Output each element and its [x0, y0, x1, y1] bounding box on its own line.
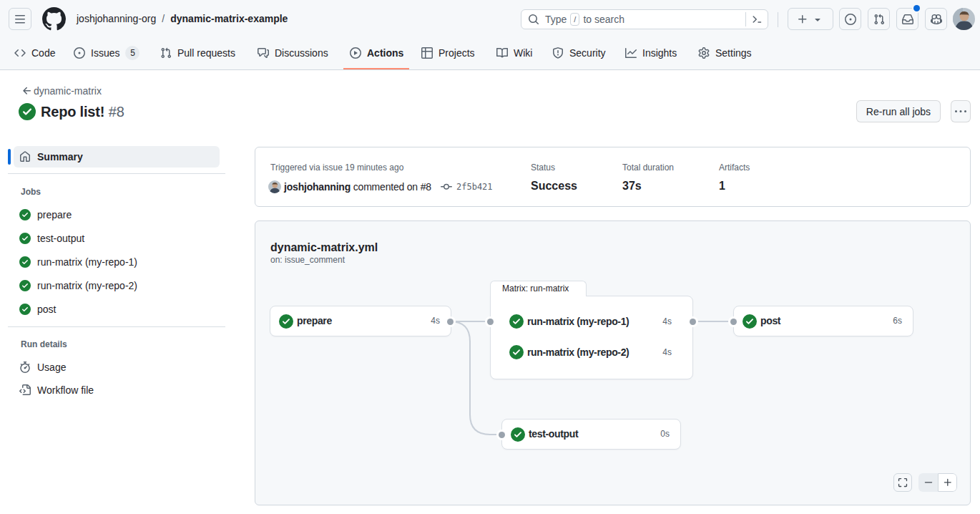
job-run-matrix-2[interactable]: run-matrix (my-repo-2) [19, 280, 137, 291]
notification-dot [913, 5, 920, 11]
kebab-menu[interactable] [951, 100, 971, 122]
avatar[interactable] [953, 8, 975, 30]
github-logo[interactable] [42, 7, 66, 31]
matrix-label: Matrix: run-matrix [490, 281, 587, 296]
job-post[interactable]: post [19, 304, 56, 315]
matrix-group: run-matrix (my-repo-1) 4s run-matrix (my… [490, 296, 693, 379]
github-actions-run-page: joshjohanning-org/dynamic-matrix-example… [0, 0, 980, 514]
copilot-button[interactable] [925, 8, 947, 30]
hamburger[interactable] [9, 8, 31, 30]
tab-settings[interactable]: Settings [698, 43, 752, 63]
job-test-output[interactable]: test-output [19, 233, 84, 244]
zoom-in[interactable] [938, 473, 957, 492]
run-title: Repo list! #8 [41, 103, 124, 120]
workflow-graph-card: dynamic-matrix.yml on: issue_comment pre… [255, 220, 971, 505]
commit-avatar [268, 180, 281, 193]
tab-code[interactable]: Code [14, 43, 55, 63]
tab-discussions[interactable]: Discussions [258, 43, 328, 63]
matrix-job-2[interactable]: run-matrix (my-repo-2) [527, 346, 629, 358]
node-post[interactable]: post 6s [733, 306, 913, 336]
run-status-icon [19, 103, 36, 120]
app-header: joshjohanning-org/dynamic-matrix-example… [0, 0, 980, 70]
zoom-out[interactable] [918, 473, 938, 492]
pulls-button[interactable] [868, 8, 890, 30]
tab-projects[interactable]: Projects [421, 43, 475, 63]
node-test-output[interactable]: test-output 0s [501, 419, 681, 450]
tab-actions[interactable]: Actions [350, 43, 403, 63]
tab-underline [343, 68, 409, 69]
tab-insights[interactable]: Insights [625, 43, 677, 63]
zoom-controls [918, 473, 957, 492]
back-arrow [21, 85, 33, 97]
commit-icon [441, 181, 452, 193]
tab-issues[interactable]: Issues 5 [74, 43, 139, 63]
issues-button[interactable] [839, 8, 861, 30]
job-run-matrix-1[interactable]: run-matrix (my-repo-1) [19, 256, 137, 268]
breadcrumb: joshjohanning-org/dynamic-matrix-example [77, 11, 288, 26]
tab-pull-requests[interactable]: Pull requests [160, 43, 235, 63]
nav-workflow-file[interactable]: Workflow file [19, 384, 94, 396]
create-new[interactable] [788, 8, 833, 30]
nav-summary[interactable]: Summary [19, 151, 83, 163]
jobs-heading: Jobs [21, 187, 41, 197]
summary-indicator [8, 149, 11, 165]
rerun-all-jobs[interactable]: Re-run all jobs [856, 100, 941, 122]
trigger-line: joshjohanning commented on #8 [284, 180, 431, 194]
nav-usage[interactable]: Usage [19, 362, 66, 373]
run-summary-card: Triggered via issue 19 minutes ago joshj… [255, 147, 971, 207]
matrix-job-1[interactable]: run-matrix (my-repo-1) [527, 316, 629, 327]
node-prepare[interactable]: prepare 4s [270, 306, 451, 336]
commit-sha[interactable]: 2f5b421 [456, 182, 493, 193]
tab-security[interactable]: Security [552, 43, 606, 63]
run-details-heading: Run details [21, 339, 67, 349]
job-prepare[interactable]: prepare [19, 209, 72, 220]
fullscreen-button[interactable] [893, 473, 912, 492]
search-box[interactable]: Type/to search [521, 9, 768, 29]
tab-wiki[interactable]: Wiki [496, 43, 532, 63]
back-link[interactable]: dynamic-matrix [34, 86, 102, 96]
